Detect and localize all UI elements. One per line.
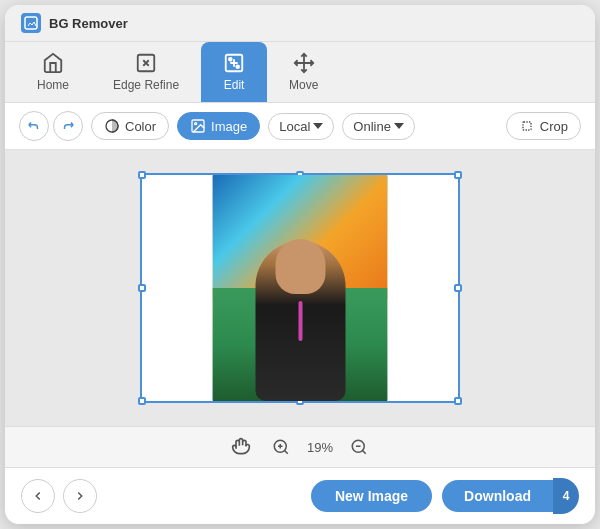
canvas-area [5,150,595,426]
nav-tabs: Home Edge Refine Edit Move [5,42,595,103]
footer: New Image Download 4 [5,468,595,524]
download-button[interactable]: Download [442,480,553,512]
online-dropdown[interactable]: Online [342,113,415,140]
download-badge[interactable]: 4 [553,478,579,514]
photo-person [255,241,345,401]
handle-top-right[interactable] [454,171,462,179]
pan-tool-button[interactable] [227,433,255,461]
image-frame[interactable] [140,173,460,403]
photo-head [275,239,325,294]
handle-mid-right[interactable] [454,284,462,292]
status-bar: 19% [5,426,595,468]
photo-background [213,175,388,401]
photo-lanyard [298,301,302,341]
color-button[interactable]: Color [91,112,169,140]
handle-bot-left[interactable] [138,397,146,405]
tab-home[interactable]: Home [15,42,91,102]
download-group: Download 4 [442,478,579,514]
prev-button[interactable] [21,479,55,513]
svg-rect-8 [523,122,531,130]
tab-edge-refine[interactable]: Edge Refine [91,42,201,102]
app-window: BG Remover Home Edge Refine Edit [5,5,595,524]
tab-edit[interactable]: Edit [201,42,267,102]
footer-nav [21,479,97,513]
handle-bot-right[interactable] [454,397,462,405]
undo-redo-group [19,111,83,141]
svg-point-7 [195,123,197,125]
new-image-button[interactable]: New Image [311,480,432,512]
svg-point-3 [229,58,232,61]
next-button[interactable] [63,479,97,513]
zoom-out-button[interactable] [345,433,373,461]
photo-inner [213,175,388,401]
title-bar: BG Remover [5,5,595,42]
redo-button[interactable] [53,111,83,141]
svg-rect-0 [25,17,37,29]
undo-button[interactable] [19,111,49,141]
image-button[interactable]: Image [177,112,260,140]
footer-actions: New Image Download 4 [311,478,579,514]
tab-move[interactable]: Move [267,42,340,102]
handle-top-left[interactable] [138,171,146,179]
local-dropdown[interactable]: Local [268,113,334,140]
crop-button[interactable]: Crop [506,112,581,140]
svg-point-4 [236,65,239,68]
app-title: BG Remover [49,16,128,31]
zoom-level: 19% [307,440,333,455]
handle-mid-left[interactable] [138,284,146,292]
app-icon [21,13,41,33]
toolbar: Color Image Local Online [5,103,595,150]
zoom-in-button[interactable] [267,433,295,461]
